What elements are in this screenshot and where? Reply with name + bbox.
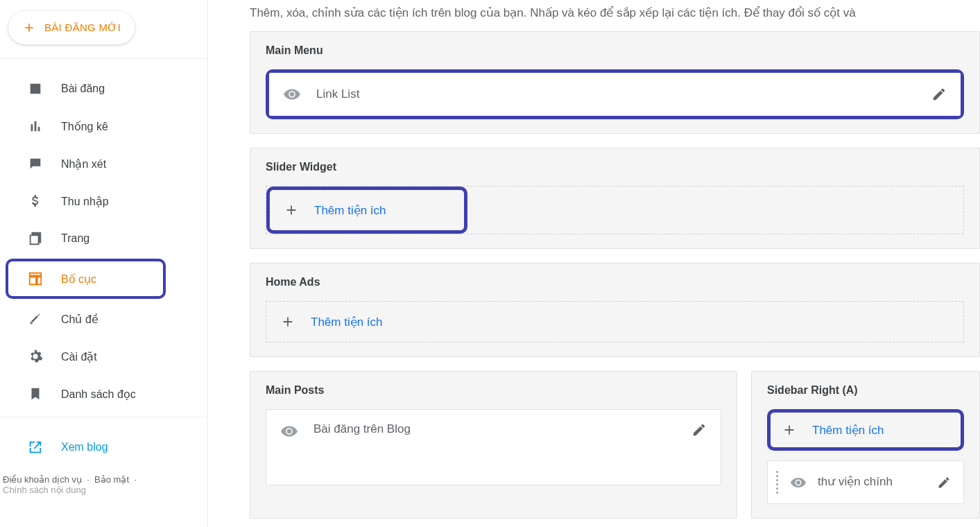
- annotation-highlight: Thêm tiện ích: [266, 187, 467, 234]
- edit-icon[interactable]: [691, 422, 707, 438]
- section-title: Home Ads: [266, 276, 964, 288]
- annotation-highlight: Bố cục: [6, 259, 166, 299]
- add-widget-button[interactable]: Thêm tiện ích: [266, 301, 964, 343]
- footer-privacy[interactable]: Bảo mật: [94, 474, 129, 485]
- widget-link-list[interactable]: Link List: [269, 73, 961, 116]
- add-widget-button[interactable]: Thêm tiện ích: [270, 190, 464, 230]
- gear-icon: [28, 349, 43, 364]
- visibility-icon: [790, 474, 807, 491]
- sidebar-item-layout[interactable]: Bố cục: [8, 261, 163, 296]
- sidebar-item-comments[interactable]: Nhận xét: [8, 146, 199, 181]
- sidebar-item-label: Chủ đề: [61, 313, 98, 326]
- sidebar-item-label: Thống kê: [61, 120, 108, 133]
- add-widget-label: Thêm tiện ích: [311, 315, 383, 329]
- sidebar-item-posts[interactable]: Bài đăng: [8, 71, 199, 106]
- main-content: Thêm, xóa, chỉnh sửa các tiện ích trên b…: [208, 0, 980, 527]
- sidebar-item-settings[interactable]: Cài đặt: [8, 339, 199, 374]
- divider: [0, 58, 207, 59]
- section-title: Main Posts: [266, 384, 721, 397]
- section-main-menu: Main Menu Link List: [250, 31, 980, 134]
- sidebar-item-view-blog[interactable]: Xem blog: [8, 430, 199, 465]
- sidebar-item-earnings[interactable]: Thu nhập: [8, 184, 199, 218]
- divider: [0, 417, 207, 417]
- annotation-highlight: Thêm tiện ích: [767, 409, 964, 451]
- section-main-posts: Main Posts Bài đăng trên Blog: [250, 371, 737, 519]
- add-widget-label: Thêm tiện ích: [314, 203, 386, 218]
- theme-icon: [28, 311, 43, 327]
- sidebar-item-pages[interactable]: Trang: [8, 221, 199, 256]
- stats-icon: [28, 119, 43, 134]
- sidebar-item-label: Thu nhập: [61, 195, 109, 208]
- add-widget-button[interactable]: Thêm tiện ích: [771, 413, 961, 447]
- add-widget-label: Thêm tiện ích: [812, 423, 884, 438]
- widget-blog-posts[interactable]: Bài đăng trên Blog: [266, 409, 721, 485]
- drag-handle-icon[interactable]: [772, 468, 782, 496]
- bookmark-icon: [28, 386, 43, 401]
- dollar-icon: [28, 193, 43, 209]
- section-slider-widget: Slider Widget Thêm tiện ích: [250, 148, 980, 249]
- sidebar-item-label: Nhận xét: [61, 157, 106, 171]
- sidebar-item-stats[interactable]: Thống kê: [8, 109, 199, 144]
- comment-icon: [28, 156, 43, 171]
- sidebar-item-label: Trang: [61, 232, 89, 245]
- widget-library[interactable]: thư viện chính: [767, 460, 964, 504]
- page-description: Thêm, xóa, chỉnh sửa các tiện ích trên b…: [250, 0, 980, 31]
- widget-label: Link List: [316, 87, 916, 101]
- section-title: Sidebar Right (A): [767, 384, 964, 397]
- plus-icon: [22, 21, 36, 35]
- visibility-icon: [280, 422, 298, 440]
- post-icon: [28, 81, 43, 96]
- plus-icon: [782, 422, 797, 438]
- section-sidebar-right: Sidebar Right (A) Thêm tiện ích: [751, 371, 980, 519]
- footer-links: Điều khoản dịch vụ · Bảo mật · Chính sác…: [0, 467, 207, 495]
- visibility-icon: [283, 85, 301, 103]
- sidebar-item-label: Bài đăng: [61, 83, 105, 95]
- edit-icon[interactable]: [937, 476, 951, 490]
- widget-label: Bài đăng trên Blog: [313, 422, 676, 436]
- plus-icon: [280, 314, 295, 329]
- new-post-label: BÀI ĐĂNG MỚI: [44, 21, 121, 34]
- sidebar-item-label: Bố cục: [61, 273, 96, 286]
- sidebar-item-reading-list[interactable]: Danh sách đọc: [8, 377, 199, 411]
- annotation-highlight: Link List: [266, 69, 964, 119]
- footer-content-policy[interactable]: Chính sách nội dung: [3, 485, 86, 495]
- section-home-ads: Home Ads Thêm tiện ích: [250, 263, 980, 357]
- new-post-button[interactable]: BÀI ĐĂNG MỚI: [8, 11, 135, 44]
- footer-terms[interactable]: Điều khoản dịch vụ: [3, 474, 82, 485]
- sidebar-item-label: Cài đặt: [61, 350, 97, 363]
- section-title: Slider Widget: [266, 161, 964, 173]
- sidebar-item-label: Xem blog: [61, 441, 108, 453]
- widget-label: thư viện chính: [818, 474, 926, 490]
- section-title: Main Menu: [266, 44, 964, 57]
- plus-icon: [284, 202, 299, 218]
- pages-icon: [28, 231, 43, 246]
- sidebar-item-label: Danh sách đọc: [61, 388, 136, 401]
- layout-icon: [28, 271, 43, 286]
- open-external-icon: [28, 440, 43, 455]
- sidebar: BÀI ĐĂNG MỚI Bài đăng Thống kê Nhận xét …: [0, 0, 208, 527]
- edit-icon[interactable]: [931, 87, 947, 102]
- sidebar-item-theme[interactable]: Chủ đề: [8, 302, 199, 336]
